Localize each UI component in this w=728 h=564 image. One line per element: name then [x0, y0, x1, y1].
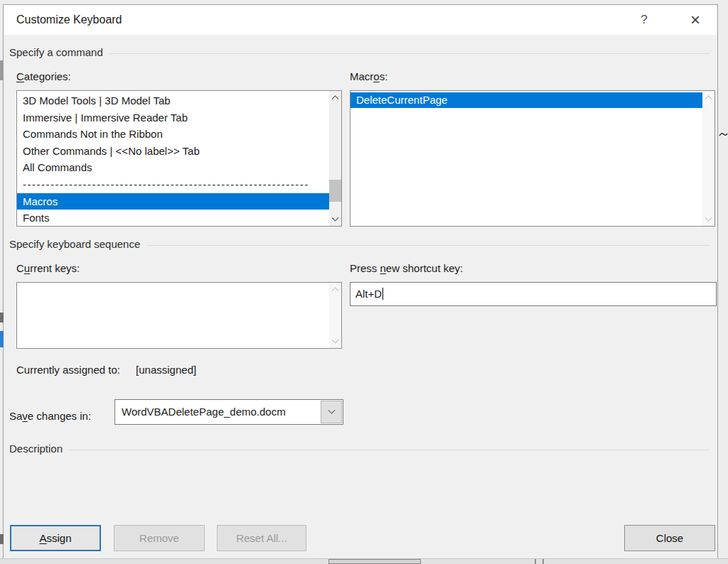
group-specify-keyboard: Specify keyboard sequence	[9, 238, 710, 250]
macros-listbox[interactable]: DeleteCurrentPage	[350, 90, 715, 227]
scroll-down-button	[702, 214, 714, 226]
currently-assigned-value: [unassigned]	[136, 364, 196, 376]
scroll-up-button	[329, 283, 341, 295]
cursor-artifact	[719, 129, 728, 139]
group-rule	[146, 245, 710, 246]
chevron-up-icon	[705, 95, 712, 102]
group-description: Description	[9, 443, 710, 455]
dialog-titlebar: Customize Keyboard ? ×	[4, 5, 717, 35]
reset-all-button-label: Reset All...	[236, 532, 287, 544]
assign-button[interactable]: Assign	[10, 525, 101, 551]
list-item-selected[interactable]: DeleteCurrentPage	[350, 92, 702, 108]
remove-button[interactable]: Remove	[114, 525, 205, 551]
dialog-close-button[interactable]: ×	[680, 5, 710, 35]
group-rule	[69, 450, 710, 450]
macros-label: Macros:	[350, 70, 387, 82]
list-item[interactable]: Other Commands | <<No label>> Tab	[17, 143, 329, 160]
list-item-selected[interactable]: Macros	[17, 193, 329, 210]
save-changes-label: Save changes in:	[9, 410, 91, 422]
edge-artifact	[0, 60, 3, 80]
dialog-title: Customize Keyboard	[16, 5, 122, 35]
scrollbar-thumb[interactable]	[328, 559, 421, 564]
edge-artifact	[0, 331, 4, 347]
scroll-up-button[interactable]	[329, 91, 341, 103]
save-changes-value: WordVBADeletePage_demo.docm	[122, 400, 320, 424]
close-button-label: Close	[656, 532, 683, 544]
currently-assigned-label: Currently assigned to:	[16, 364, 120, 376]
group-description-label: Description	[9, 443, 63, 455]
page-background: Customize Keyboard ? × Specify a command…	[0, 0, 728, 564]
list-separator-item[interactable]: ----------------------------------------…	[17, 176, 329, 193]
categories-label: Categories:	[16, 70, 71, 82]
currently-assigned-row: Currently assigned to: [unassigned]	[16, 364, 196, 376]
chevron-down-icon	[328, 406, 335, 413]
categories-scrollbar[interactable]	[329, 91, 341, 226]
save-changes-dropdown[interactable]: WordVBADeletePage_demo.docm	[114, 399, 343, 425]
macros-scrollbar	[702, 91, 714, 226]
chevron-up-icon	[332, 95, 339, 102]
categories-rows: 3D Model Tools | 3D Model Tab Immersive …	[17, 92, 329, 226]
scroll-down-button	[329, 336, 341, 348]
list-item[interactable]: Fonts	[17, 210, 329, 226]
help-icon: ?	[641, 13, 647, 27]
chevron-down-icon	[332, 215, 339, 222]
group-rule	[109, 53, 710, 54]
scroll-down-button[interactable]	[329, 214, 341, 226]
shortcut-key-input[interactable]: Alt+D	[350, 282, 717, 306]
close-icon: ×	[690, 10, 700, 30]
customize-keyboard-dialog: Customize Keyboard ? × Specify a command…	[3, 4, 718, 559]
close-button[interactable]: Close	[624, 525, 715, 551]
group-specify-command-label: Specify a command	[9, 46, 103, 58]
text-caret	[382, 288, 383, 300]
assign-button-label: Assign	[39, 532, 71, 544]
current-keys-scrollbar	[329, 283, 341, 348]
edge-artifact	[0, 534, 4, 544]
categories-listbox[interactable]: 3D Model Tools | 3D Model Tab Immersive …	[16, 90, 342, 227]
scroll-up-button	[702, 91, 714, 103]
page-horizontal-scrollbar[interactable]	[0, 558, 728, 564]
group-specify-command: Specify a command	[9, 46, 710, 58]
dropdown-button[interactable]	[321, 401, 342, 423]
chevron-down-icon	[705, 215, 712, 222]
scrollbar-thumb[interactable]	[329, 180, 341, 202]
scrollbar-tick	[542, 559, 544, 564]
current-keys-listbox[interactable]	[16, 282, 342, 349]
list-item[interactable]: All Commands	[17, 159, 329, 176]
chevron-down-icon	[332, 337, 339, 344]
chevron-up-icon	[332, 287, 339, 294]
list-item[interactable]: Immersive | Immersive Reader Tab	[17, 109, 329, 126]
shortcut-key-value: Alt+D	[355, 288, 382, 300]
list-item[interactable]: Commands Not in the Ribbon	[17, 126, 329, 143]
group-specify-keyboard-label: Specify keyboard sequence	[9, 238, 140, 250]
current-keys-label: Current keys:	[16, 262, 80, 274]
list-item[interactable]: 3D Model Tools | 3D Model Tab	[17, 92, 329, 109]
macros-rows: DeleteCurrentPage	[350, 92, 702, 226]
help-button[interactable]: ?	[633, 5, 655, 35]
remove-button-label: Remove	[139, 532, 179, 544]
scrollbar-tick	[535, 559, 536, 564]
press-new-shortcut-label: Press new shortcut key:	[350, 262, 463, 274]
edge-artifact	[0, 313, 4, 322]
reset-all-button[interactable]: Reset All...	[217, 525, 306, 551]
